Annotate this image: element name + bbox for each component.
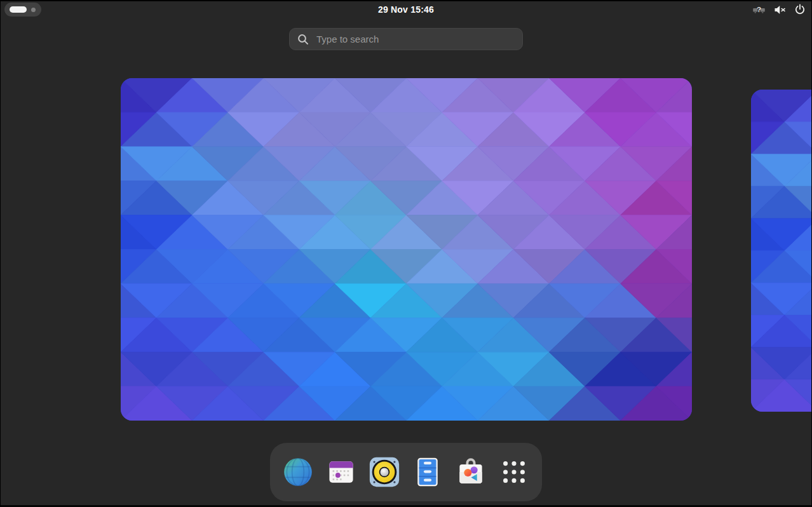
dash [270,443,542,501]
search-bar[interactable] [289,28,523,50]
dash-app-software[interactable] [453,454,489,490]
search-input[interactable] [315,33,515,45]
dash-app-show-apps[interactable] [496,454,532,490]
dash-app-files[interactable] [410,454,445,490]
workspace-thumbnail-next[interactable] [751,90,812,412]
network-wired-unknown-icon: ? [752,4,766,15]
web-globe-icon [281,456,315,489]
system-status-area[interactable]: ? [752,0,806,19]
search-icon [297,34,309,45]
clock[interactable]: 29 Nov 15:46 [0,0,812,19]
dash-app-music-player[interactable] [367,454,402,490]
wallpaper-workspace-1 [121,78,692,421]
wallpaper-workspace-2 [751,90,812,412]
dash-app-calendar[interactable] [323,454,359,490]
svg-text:?: ? [757,5,761,13]
software-bag-icon [454,456,487,489]
dash-app-web-browser[interactable] [280,454,316,490]
file-cabinet-icon [411,456,444,489]
power-icon [794,4,806,15]
app-grid-icon [499,457,529,487]
calendar-icon [325,456,358,489]
top-bar: 29 Nov 15:46 ? [0,0,812,19]
speaker-icon [367,455,402,489]
volume-muted-icon [774,4,786,15]
workspace-thumbnail-current[interactable] [121,78,692,421]
